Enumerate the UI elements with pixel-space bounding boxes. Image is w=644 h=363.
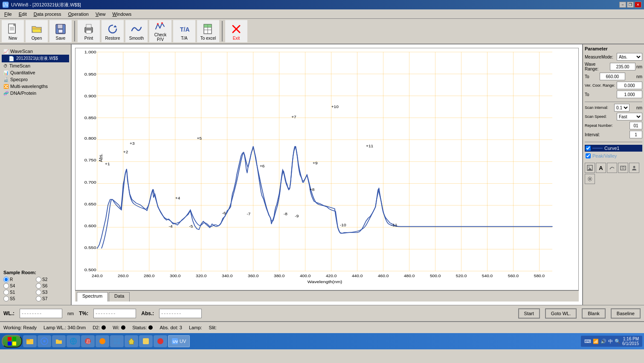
radio-s3[interactable]: S3 bbox=[36, 290, 67, 295]
radio-s5[interactable]: S5 bbox=[3, 296, 35, 302]
tool-curve[interactable] bbox=[607, 163, 617, 173]
tool-text[interactable]: A bbox=[596, 163, 606, 173]
interval-input[interactable] bbox=[629, 131, 642, 138]
ver-range-to[interactable] bbox=[617, 91, 642, 98]
wl-value: -------- bbox=[20, 309, 62, 318]
radio-s4[interactable]: S4 bbox=[3, 283, 35, 289]
restore-button[interactable]: ❐ bbox=[627, 2, 634, 8]
repeat-number-input[interactable] bbox=[629, 122, 642, 129]
tab-data[interactable]: Data bbox=[109, 292, 130, 302]
menu-edit[interactable]: Edit bbox=[16, 11, 29, 18]
svg-text:0.600: 0.600 bbox=[84, 224, 96, 228]
scan-speed-select[interactable]: Fast Medium Slow bbox=[617, 113, 642, 120]
new-button[interactable]: New bbox=[2, 20, 24, 42]
svg-text:0.900: 0.900 bbox=[84, 94, 96, 98]
close-button[interactable]: ✕ bbox=[635, 2, 641, 8]
ver-range-from[interactable] bbox=[617, 82, 642, 89]
checkpv-button[interactable]: Check P/V bbox=[149, 20, 171, 42]
taskbar-file-manager[interactable] bbox=[23, 335, 37, 347]
svg-text:Abs.: Abs. bbox=[98, 154, 103, 162]
sidebar-item-specpro[interactable]: 🔬 Specpro bbox=[2, 76, 69, 83]
ta-button[interactable]: T/A T/A bbox=[173, 20, 195, 42]
sidebar-item-wavescan[interactable]: 📈 WaveScan bbox=[2, 48, 69, 55]
status-dot bbox=[148, 325, 153, 330]
svg-text:+3: +3 bbox=[130, 141, 135, 145]
wave-range-from[interactable] bbox=[610, 63, 635, 70]
curve-item-1[interactable]: Curve1 bbox=[585, 145, 642, 152]
tool-user[interactable] bbox=[629, 163, 639, 173]
taskbar-folder[interactable] bbox=[52, 335, 66, 347]
svg-text:400.0: 400.0 bbox=[300, 274, 310, 278]
svg-rect-114 bbox=[26, 339, 30, 340]
tool-photo[interactable] bbox=[618, 163, 628, 173]
taskbar-ie[interactable] bbox=[67, 335, 80, 347]
svg-text:520.0: 520.0 bbox=[456, 274, 467, 278]
taskbar-orange[interactable] bbox=[96, 335, 109, 347]
taskbar-app-uv[interactable]: UV UV bbox=[168, 335, 190, 347]
tool-settings[interactable] bbox=[585, 174, 595, 184]
start-menu-button[interactable] bbox=[2, 335, 22, 348]
toexcel-button[interactable]: To excel bbox=[197, 20, 219, 42]
svg-text:340.0: 340.0 bbox=[222, 274, 232, 278]
status-working: Working: Ready bbox=[3, 325, 37, 330]
curve1-label: Curve1 bbox=[604, 146, 619, 151]
svg-text:260.0: 260.0 bbox=[118, 274, 128, 278]
param-wave-range-to: To nm bbox=[585, 73, 642, 80]
sidebar-item-dnaprotein[interactable]: 🧬 DNA/Protein bbox=[2, 90, 69, 97]
sidebar-item-quantitative[interactable]: 📊 Quantitative bbox=[2, 69, 69, 76]
taskbar-yellow[interactable] bbox=[139, 335, 153, 347]
quantitative-icon: 📊 bbox=[3, 70, 9, 75]
minimize-button[interactable]: − bbox=[619, 2, 626, 8]
blank-button[interactable]: Blank bbox=[582, 308, 606, 319]
peakvalley-label: Peak/Valley bbox=[592, 153, 617, 158]
radio-s7[interactable]: S7 bbox=[36, 296, 67, 302]
exit-button[interactable]: Exit bbox=[225, 20, 247, 42]
param-title: Parameter bbox=[585, 46, 642, 51]
restore-button[interactable]: Restore bbox=[102, 20, 124, 42]
status-slit: Slit: bbox=[209, 325, 217, 330]
abs-dot-label: Abs. dot: 3 bbox=[160, 325, 182, 330]
sidebar-item-file[interactable]: 📄 20120321钛溶液.W$$ bbox=[2, 55, 69, 62]
svg-rect-111 bbox=[8, 342, 12, 345]
goto-wl-button[interactable]: Goto WL. bbox=[545, 308, 577, 319]
tab-spectrum[interactable]: Spectrum bbox=[77, 292, 108, 302]
menu-file[interactable]: File bbox=[2, 11, 15, 18]
baseline-button[interactable]: Baseline bbox=[611, 308, 641, 319]
restore-icon bbox=[106, 22, 119, 36]
title-controls: − ❐ ✕ bbox=[619, 2, 641, 8]
curve-item-2[interactable]: Peak/Valley bbox=[585, 152, 642, 159]
taskbar-grid[interactable] bbox=[110, 335, 124, 347]
taskbar-red-circle[interactable] bbox=[154, 335, 167, 347]
tool-image[interactable] bbox=[585, 163, 595, 173]
save-button[interactable]: Save bbox=[49, 20, 72, 42]
sidebar-item-timescan[interactable]: ⏱ TimeScan bbox=[2, 62, 69, 69]
menu-view[interactable]: View bbox=[93, 11, 108, 18]
svg-point-120 bbox=[99, 338, 105, 344]
smooth-button[interactable]: Smooth bbox=[125, 20, 148, 42]
wave-range-to[interactable] bbox=[600, 73, 625, 80]
radio-r[interactable]: R bbox=[3, 277, 35, 282]
menu-operation[interactable]: Operation bbox=[66, 11, 91, 18]
peakvalley-checkbox[interactable] bbox=[586, 153, 591, 158]
start-button[interactable]: Start bbox=[518, 308, 540, 319]
taskbar-chrome[interactable] bbox=[38, 335, 51, 347]
print-button[interactable]: Print bbox=[78, 20, 100, 42]
open-button[interactable]: Open bbox=[26, 20, 48, 42]
radio-s2[interactable]: S2 bbox=[36, 277, 67, 282]
svg-rect-124 bbox=[117, 342, 120, 344]
lamp-wl-label: Lamp WL.: 340.0nm bbox=[44, 325, 86, 330]
menu-windows[interactable]: Windows bbox=[110, 11, 134, 18]
svg-rect-6 bbox=[58, 24, 63, 29]
radio-s1[interactable]: S1 bbox=[3, 290, 35, 295]
taskbar-home[interactable] bbox=[125, 335, 138, 347]
scan-interval-select[interactable]: 0.1 0.2 0.5 1.0 bbox=[614, 104, 629, 111]
radio-s6[interactable]: S6 bbox=[36, 283, 67, 289]
sidebar-item-multiwave[interactable]: 🔀 Multi-wavelengths bbox=[2, 83, 69, 90]
measure-mode-select[interactable]: Abs. T% R% bbox=[617, 53, 642, 61]
menu-dataprocess[interactable]: Data process bbox=[31, 11, 64, 18]
multiwave-icon: 🔀 bbox=[3, 84, 9, 89]
curve1-checkbox[interactable] bbox=[586, 146, 591, 151]
taskbar-ninja[interactable]: 忍 bbox=[81, 335, 95, 347]
svg-text:240.0: 240.0 bbox=[92, 274, 102, 278]
svg-text:+1: +1 bbox=[105, 162, 110, 166]
